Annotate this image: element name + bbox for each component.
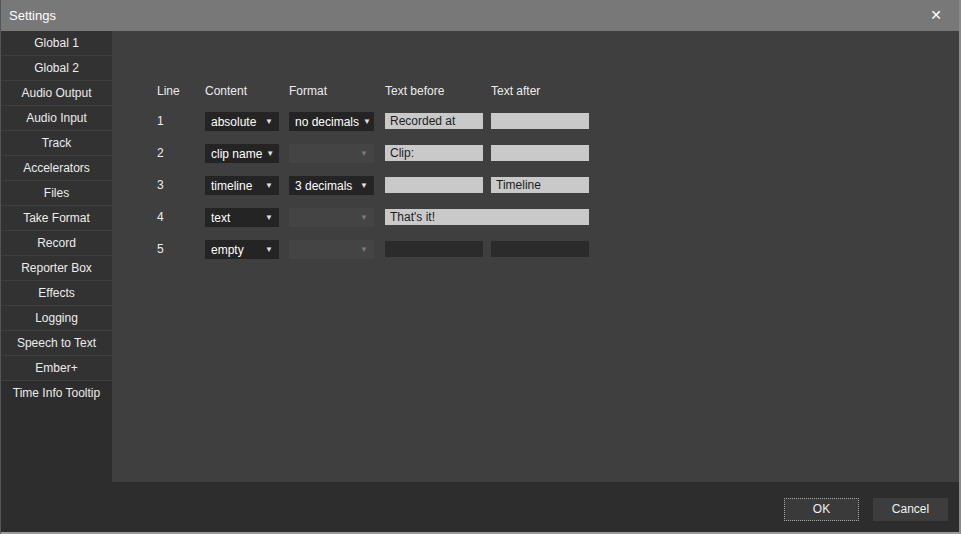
text-before-input[interactable]: [385, 177, 483, 193]
sidebar-item-global-2[interactable]: Global 2: [1, 56, 112, 81]
sidebar-item-time-info-tooltip[interactable]: Time Info Tooltip: [1, 381, 112, 406]
chevron-down-icon: ▼: [265, 181, 273, 190]
wide-text-input[interactable]: [385, 209, 589, 225]
text-before-input-disabled: [385, 241, 483, 257]
text-before-input[interactable]: [385, 113, 483, 129]
format-dropdown-disabled: ▼: [289, 240, 374, 259]
sidebar-item-take-format[interactable]: Take Format: [1, 206, 112, 231]
line-number: 1: [157, 112, 205, 131]
sidebar-item-speech-to-text[interactable]: Speech to Text: [1, 331, 112, 356]
table-row: 1 absolute ▼ no decimals ▼: [157, 112, 589, 144]
table-row: 3 timeline ▼ 3 decimals ▼: [157, 176, 589, 208]
sidebar-item-audio-input[interactable]: Audio Input: [1, 106, 112, 131]
content-dropdown[interactable]: timeline ▼: [205, 176, 279, 195]
chevron-down-icon: ▼: [360, 245, 368, 254]
text-after-input-disabled: [491, 241, 589, 257]
table-row: 4 text ▼ ▼: [157, 208, 589, 240]
content-dropdown[interactable]: absolute ▼: [205, 112, 279, 131]
chevron-down-icon: ▼: [360, 181, 368, 190]
format-dropdown-disabled: ▼: [289, 208, 374, 227]
content-dropdown[interactable]: clip name ▼: [205, 144, 279, 163]
text-after-input[interactable]: [491, 177, 589, 193]
col-header-format: Format: [289, 85, 385, 98]
table-row: 5 empty ▼ ▼: [157, 240, 589, 272]
sidebar-item-record[interactable]: Record: [1, 231, 112, 256]
chevron-down-icon: ▼: [266, 149, 274, 158]
sidebar-item-reporter-box[interactable]: Reporter Box: [1, 256, 112, 281]
text-before-input[interactable]: [385, 145, 483, 161]
titlebar[interactable]: Settings ✕: [1, 0, 959, 31]
col-header-line: Line: [157, 85, 205, 98]
chevron-down-icon: ▼: [265, 117, 273, 126]
line-number: 4: [157, 208, 205, 227]
text-after-input[interactable]: [491, 113, 589, 129]
col-header-content: Content: [205, 85, 289, 98]
line-number: 5: [157, 240, 205, 259]
close-icon[interactable]: ✕: [921, 0, 951, 31]
chevron-down-icon: ▼: [363, 117, 371, 126]
window-title: Settings: [9, 0, 56, 31]
table-row: 2 clip name ▼ ▼: [157, 144, 589, 176]
tooltip-lines-table: Line Content Format Text before Text aft…: [157, 85, 589, 272]
col-header-text-before: Text before: [385, 85, 491, 98]
chevron-down-icon: ▼: [265, 245, 273, 254]
col-header-text-after: Text after: [491, 85, 589, 98]
sidebar-item-ember[interactable]: Ember+: [1, 356, 112, 381]
ok-button[interactable]: OK: [784, 498, 859, 521]
sidebar-item-global-1[interactable]: Global 1: [1, 31, 112, 56]
sidebar-item-effects[interactable]: Effects: [1, 281, 112, 306]
line-number: 3: [157, 176, 205, 195]
sidebar-item-audio-output[interactable]: Audio Output: [1, 81, 112, 106]
sidebar-item-files[interactable]: Files: [1, 181, 112, 206]
settings-window: Settings ✕ Global 1 Global 2 Audio Outpu…: [0, 0, 961, 534]
chevron-down-icon: ▼: [265, 213, 273, 222]
content-dropdown[interactable]: empty ▼: [205, 240, 279, 259]
text-after-input[interactable]: [491, 145, 589, 161]
table-header: Line Content Format Text before Text aft…: [157, 85, 589, 98]
time-info-tooltip-panel: Line Content Format Text before Text aft…: [112, 31, 959, 482]
format-dropdown[interactable]: no decimals ▼: [289, 112, 374, 131]
chevron-down-icon: ▼: [360, 213, 368, 222]
footer-bar: OK Cancel: [1, 482, 959, 532]
format-dropdown-disabled: ▼: [289, 144, 374, 163]
chevron-down-icon: ▼: [360, 149, 368, 158]
sidebar-item-track[interactable]: Track: [1, 131, 112, 156]
sidebar-item-logging[interactable]: Logging: [1, 306, 112, 331]
cancel-button[interactable]: Cancel: [873, 498, 948, 521]
format-dropdown[interactable]: 3 decimals ▼: [289, 176, 374, 195]
sidebar: Global 1 Global 2 Audio Output Audio Inp…: [1, 31, 112, 532]
sidebar-item-accelerators[interactable]: Accelerators: [1, 156, 112, 181]
line-number: 2: [157, 144, 205, 163]
content-dropdown[interactable]: text ▼: [205, 208, 279, 227]
